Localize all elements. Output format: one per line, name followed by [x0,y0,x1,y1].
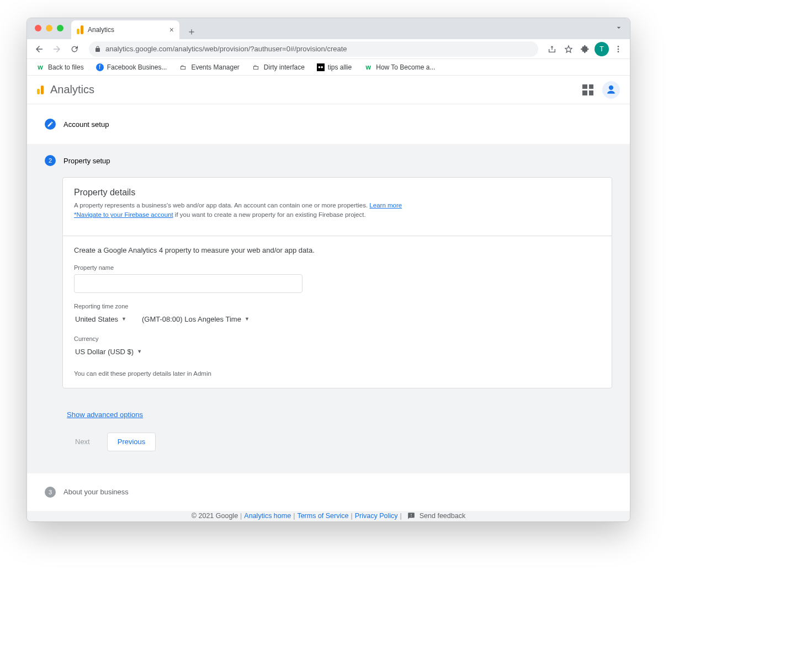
privacy-link[interactable]: Privacy Policy [355,512,398,520]
analytics-logo-icon [77,25,83,34]
minimize-window-icon[interactable] [46,25,52,31]
back-button[interactable] [31,41,47,57]
facebook-icon: f [96,63,104,71]
panel-title: Property details [74,188,601,198]
browser-menu-icon[interactable] [611,42,625,56]
step-number-badge: 2 [45,155,56,166]
bookmark-how-to-become[interactable]: wHow To Become a... [360,61,438,74]
folder-icon: 🗀 [252,63,261,72]
svg-point-0 [618,46,619,47]
bookmark-label: Events Manager [191,63,239,71]
panel-lead-text: Create a Google Analytics 4 property to … [74,246,601,254]
step-property-setup: 2 Property setup [27,144,630,177]
bookmark-back-to-files[interactable]: wBack to files [33,61,87,74]
url-text: analytics.google.com/analytics/web/provi… [105,45,347,53]
bookmark-icon: w [364,63,373,72]
step-label: About your business [63,488,129,496]
profile-initial: T [599,45,603,53]
address-bar: analytics.google.com/analytics/web/provi… [27,39,630,59]
app-title: Analytics [50,83,94,96]
bookmark-star-icon[interactable] [561,42,576,56]
stepper: Account setup 2 Property setup Property … [27,104,630,511]
reload-button[interactable] [67,41,82,57]
currency-value: US Dollar (USD $) [75,348,134,356]
svg-point-1 [618,48,619,50]
edit-later-note: You can edit these property details late… [74,370,601,377]
feedback-icon [407,512,415,520]
bookmarks-bar: wBack to files fFacebook Busines... 🗀Eve… [27,59,630,76]
learn-more-link[interactable]: Learn more [369,202,402,209]
medium-icon: ●● [317,63,325,71]
country-select[interactable]: United States▼ [74,313,128,326]
analytics-home-link[interactable]: Analytics home [244,512,291,520]
timezone-value: (GMT-08:00) Los Angeles Time [142,315,241,323]
browser-window: Analytics × ＋ analytics.google.com/analy… [26,18,630,522]
currency-label: Currency [74,335,601,342]
svg-point-2 [618,51,619,52]
tabstrip: Analytics × ＋ [27,18,630,39]
currency-select[interactable]: US Dollar (USD $)▼ [74,345,601,358]
bookmark-tips-allie[interactable]: ●●tips allie [314,61,355,73]
footer-copyright: © 2021 Google [192,512,238,520]
main-content: Account setup 2 Property setup Property … [27,104,630,521]
step-label: Property setup [63,157,110,165]
next-button: Next [65,433,100,451]
timezone-label: Reporting time zone [74,303,601,310]
bookmark-facebook[interactable]: fFacebook Busines... [93,61,171,73]
account-avatar[interactable] [602,81,620,99]
step-label: Account setup [63,120,109,129]
edit-step-icon [45,119,56,130]
extensions-icon[interactable] [578,42,592,56]
terms-link[interactable]: Terms of Service [297,512,348,520]
send-feedback-link[interactable]: Send feedback [420,512,465,520]
apps-grid-icon[interactable] [582,84,593,95]
analytics-logo-icon [37,86,44,94]
window-controls [35,25,63,31]
omnibox[interactable]: analytics.google.com/analytics/web/provi… [89,41,538,57]
property-name-label: Property name [74,264,601,271]
previous-button[interactable]: Previous [107,433,156,451]
step-account-setup[interactable]: Account setup [27,119,630,144]
show-advanced-options-link[interactable]: Show advanced options [67,410,143,419]
chevron-down-icon: ▼ [245,316,250,322]
bookmark-label: How To Become a... [376,63,435,71]
bookmark-icon: w [36,63,45,72]
new-tab-button[interactable]: ＋ [184,24,199,39]
browser-tab[interactable]: Analytics × [71,20,179,39]
panel-hint: A property represents a business's web a… [74,201,601,220]
maximize-window-icon[interactable] [57,25,63,31]
close-window-icon[interactable] [35,25,41,31]
country-value: United States [75,315,118,323]
app-header: Analytics [27,76,630,104]
bookmark-label: Facebook Busines... [107,63,167,71]
profile-avatar[interactable]: T [595,42,609,56]
timezone-select[interactable]: (GMT-08:00) Los Angeles Time▼ [141,313,251,326]
chevron-down-icon: ▼ [137,349,142,354]
chevron-down-icon: ▼ [121,316,126,322]
bookmark-events-manager[interactable]: 🗀Events Manager [176,61,242,74]
tab-title: Analytics [88,26,114,34]
close-tab-icon[interactable]: × [169,25,174,34]
folder-icon: 🗀 [179,63,188,72]
step-about-business: 3 About your business [27,473,630,511]
step-number-badge: 3 [45,487,56,498]
bookmark-label: Back to files [48,63,84,71]
firebase-account-link[interactable]: *Navigate to your Firebase account [74,211,173,218]
bookmark-label: tips allie [328,63,352,71]
tabstrip-menu-icon[interactable] [614,23,623,34]
lock-icon [94,46,101,52]
footer: © 2021 Google| Analytics home| Terms of … [27,511,630,522]
app-title-block: Analytics [37,83,94,96]
bookmark-dirty-interface[interactable]: 🗀Dirty interface [248,61,308,74]
bookmark-label: Dirty interface [264,63,305,71]
property-details-panel: Property details A property represents a… [62,177,612,388]
share-icon[interactable] [545,42,559,56]
forward-button [49,41,65,57]
property-name-input[interactable] [74,274,303,293]
